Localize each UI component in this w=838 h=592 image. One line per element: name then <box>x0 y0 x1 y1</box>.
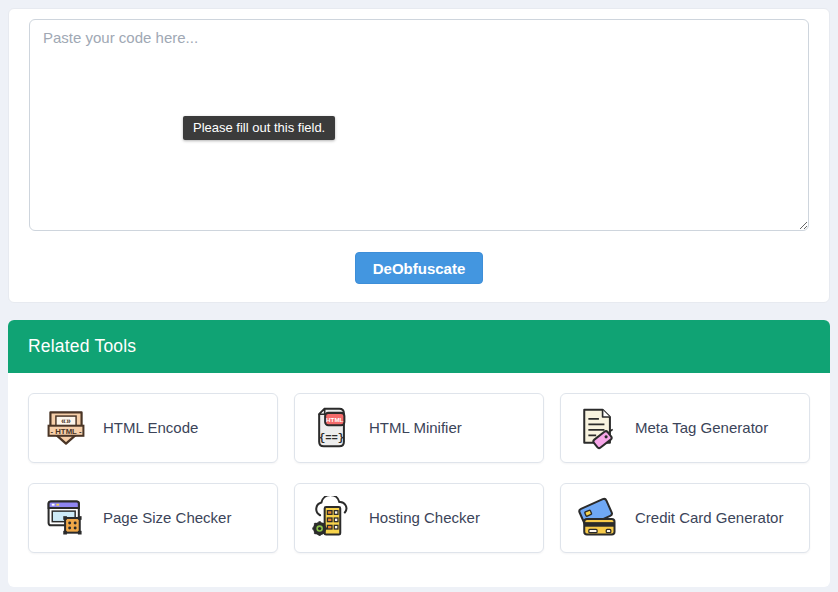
tool-card-credit-card-generator[interactable]: Credit Card Generator <box>560 483 810 553</box>
deobfuscate-button[interactable]: DeObfuscate <box>355 252 484 284</box>
svg-text:HTML: HTML <box>326 416 343 423</box>
html-minifier-file-icon: HTML {==} <box>310 406 354 450</box>
tool-label: Credit Card Generator <box>635 508 783 528</box>
html-encode-badge-icon: «» - HTML - <box>44 406 88 450</box>
code-input[interactable] <box>29 19 809 231</box>
svg-text:- HTML -: - HTML - <box>51 427 82 436</box>
tool-card-html-encode[interactable]: «» - HTML - HTML Encode <box>28 393 278 463</box>
related-tools-grid: «» - HTML - HTML Encode HTML {==} <box>8 373 830 585</box>
tool-label: Meta Tag Generator <box>635 418 768 438</box>
related-tools-card: Related Tools «» - HTML - HTML Encode <box>8 320 830 587</box>
tool-card-page-size-checker[interactable]: Page Size Checker <box>28 483 278 553</box>
tool-label: HTML Minifier <box>369 418 462 438</box>
deobfuscator-card: Please fill out this field. DeObfuscate <box>8 8 830 303</box>
tool-label: Page Size Checker <box>103 508 231 528</box>
related-tools-title: Related Tools <box>28 336 136 357</box>
tool-label: Hosting Checker <box>369 508 480 528</box>
tool-card-hosting-checker[interactable]: Hosting Checker <box>294 483 544 553</box>
tool-card-html-minifier[interactable]: HTML {==} HTML Minifier <box>294 393 544 463</box>
svg-text:«»: «» <box>61 417 71 426</box>
tool-card-meta-tag-generator[interactable]: Meta Tag Generator <box>560 393 810 463</box>
credit-card-icon <box>576 496 620 540</box>
svg-text:{==}: {==} <box>319 432 344 444</box>
meta-tag-icon <box>576 406 620 450</box>
related-tools-header: Related Tools <box>8 320 830 373</box>
validation-tooltip: Please fill out this field. <box>183 116 335 140</box>
page: Please fill out this field. DeObfuscate … <box>0 0 838 592</box>
button-row: DeObfuscate <box>29 252 809 284</box>
page-size-checker-icon <box>44 496 88 540</box>
tool-label: HTML Encode <box>103 418 198 438</box>
hosting-checker-icon <box>310 496 354 540</box>
